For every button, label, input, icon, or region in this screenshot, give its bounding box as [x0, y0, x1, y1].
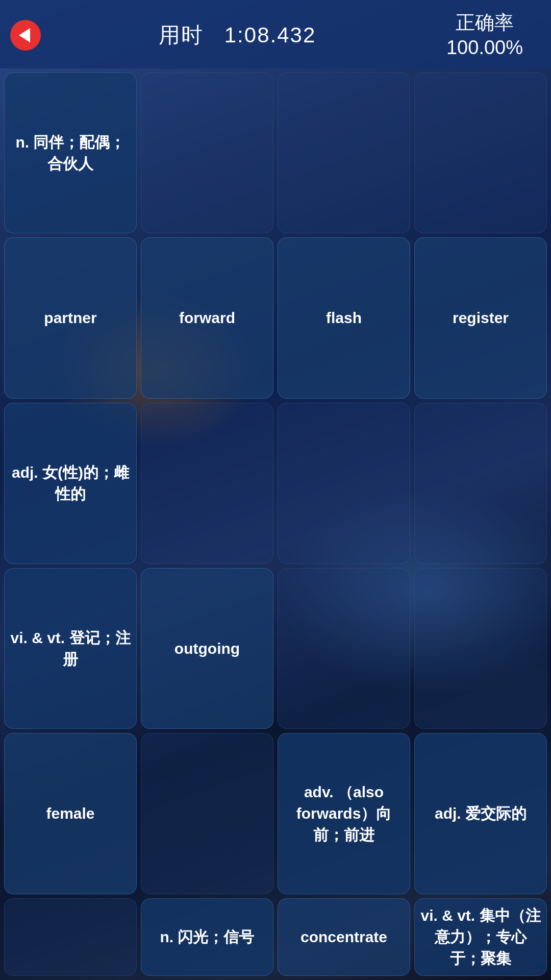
grid-cell-r0c0[interactable]: n. 同伴；配偶；合伙人 — [4, 72, 137, 234]
grid-cell-r3c2 — [278, 568, 410, 729]
grid-cell-r0c3 — [414, 72, 547, 234]
accuracy-label: 正确率 — [434, 10, 536, 35]
grid-cell-r1c1[interactable]: forward — [141, 237, 273, 399]
grid-cell-r1c2[interactable]: flash — [278, 237, 410, 399]
grid-cell-r5c3[interactable]: vi. & vt. 集中（注意力）；专心于；聚集 — [414, 898, 547, 976]
grid-cell-r3c3 — [414, 568, 547, 729]
grid-cell-r4c1 — [141, 733, 273, 894]
grid-cell-r2c1 — [141, 403, 273, 564]
grid-cell-r2c2 — [278, 403, 410, 564]
grid-cell-r5c1[interactable]: n. 闪光；信号 — [141, 898, 273, 976]
grid-cell-r2c0[interactable]: adj. 女(性)的；雌性的 — [4, 403, 137, 564]
grid-cell-r4c0[interactable]: female — [4, 733, 137, 894]
app-container: 用时 1:08.432 正确率 100.00% n. 同伴；配偶；合伙人part… — [0, 0, 551, 980]
timer-section: 用时 1:08.432 — [41, 21, 434, 50]
grid-cell-r4c3[interactable]: adj. 爱交际的 — [414, 733, 547, 894]
back-arrow-icon — [19, 28, 30, 42]
word-grid: n. 同伴；配偶；合伙人partnerforwardflashregistera… — [0, 68, 551, 980]
grid-cell-r0c1 — [141, 72, 273, 234]
accuracy-section: 正确率 100.00% — [434, 10, 536, 61]
header: 用时 1:08.432 正确率 100.00% — [0, 0, 551, 68]
grid-cell-r3c0[interactable]: vi. & vt. 登记；注册 — [4, 568, 137, 729]
accuracy-value: 100.00% — [434, 35, 536, 60]
grid-cell-r5c2[interactable]: concentrate — [278, 898, 410, 976]
grid-cell-r1c3[interactable]: register — [414, 237, 547, 399]
grid-cell-r2c3 — [414, 403, 547, 564]
timer-value: 1:08.432 — [224, 23, 316, 47]
grid-cell-r3c1[interactable]: outgoing — [141, 568, 273, 729]
back-button[interactable] — [10, 20, 41, 51]
grid-cell-r0c2 — [278, 72, 410, 234]
grid-cell-r4c2[interactable]: adv. （also forwards）向前；前进 — [278, 733, 410, 894]
timer-display: 用时 1:08.432 — [159, 23, 316, 47]
timer-prefix: 用时 — [159, 23, 204, 47]
grid-cell-r5c0 — [4, 898, 137, 976]
grid-cell-r1c0[interactable]: partner — [4, 237, 137, 399]
